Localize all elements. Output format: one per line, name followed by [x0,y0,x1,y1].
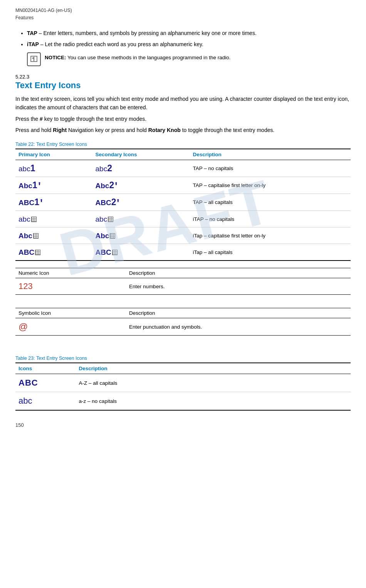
at-icon: @ [18,321,28,332]
symbolic-col2: Description [126,308,351,318]
table22-col2: Secondary Icons [92,149,190,160]
symbolic-icon-cell: @ [15,318,126,336]
secondary-icon-cell: abc [92,211,190,227]
primary-icon-cell: ABC1⬆ [15,194,92,211]
itap-Abc-icon: Abc [18,231,39,240]
numeric-col2: Description [126,268,351,278]
symbolic-col1: Symbolic Icon [15,308,126,318]
primary-icon-cell: abc [15,211,92,227]
tap-term: TAP [27,30,37,36]
abc-lower-icon-cell: abc [15,392,76,411]
primary-icon-cell: abc1 [15,160,92,177]
desc-cell: iTAP – no capitals [190,211,351,227]
desc-cell: iTap – all capitals [190,244,351,261]
table-row: abc a-z – no capitals [15,392,351,411]
123-icon: 123 [18,281,33,291]
desc-cell: TAP – all capitals [190,194,351,211]
itap-Abc2-icon: Abc [96,231,116,240]
table23: Icons Description ABC A-Z – all capitals… [15,362,351,411]
bullet-tap: TAP – Enter letters, numbers, and symbol… [27,29,351,37]
notice-label: NOTICE: [45,55,66,60]
tap-text: – Enter letters, numbers, and symbols by… [39,30,257,36]
table-row: ABC1⬆ ABC2⬆ TAP – all capitals [15,194,351,211]
header-line1: MN002041A01-AG (en-US) [15,7,351,14]
section-title: Text Entry Icons [15,80,351,90]
page-number: 150 [15,422,351,428]
Abc2-icon: Abc2⬆ [96,180,118,190]
desc-cell: iTap – capitalise first letter on-ly [190,227,351,244]
table22-col1: Primary Icon [15,149,92,160]
ABC2-icon: ABC2⬆ [96,197,120,207]
secondary-icon-cell: ABC2⬆ [92,194,190,211]
itap-ABC-icon: ABC [18,247,40,257]
symbolic-table: Symbolic Icon Description @ Enter punctu… [15,308,351,336]
table22: Primary Icon Secondary Icons Description… [15,149,351,261]
table23-title: Table 23: Text Entry Screen Icons [15,356,351,361]
rotary-knob: Rotary Knob [148,127,181,133]
table-row: Abc Abc iTap – capitalise first letter o… [15,227,351,244]
numeric-desc: Enter numbers. [126,278,351,295]
numeric-table: Numeric Icon Description 123 Enter numbe… [15,268,351,295]
table-row: abc1 abc2 TAP – no capitals [15,160,351,177]
body-para1: In the text entry screen, icons tell you… [15,95,351,112]
desc-cell: TAP – capitalise first letter on-ly [190,177,351,194]
itap-ABC2-icon: ABC [96,247,118,257]
primary-icon-cell: Abc1⬆ [15,177,92,194]
secondary-icon-cell: ABC [92,244,190,261]
notice-body: You can use these methods in the languag… [67,55,231,60]
secondary-icon-cell: Abc [92,227,190,244]
svg-point-0 [34,57,34,58]
itap-abc-icon: abc [18,214,37,224]
table23-col1: Icons [15,363,76,374]
numeric-col1: Numeric Icon [15,268,126,278]
table23-col2: Description [76,363,351,374]
bullet-list: TAP – Enter letters, numbers, and symbol… [27,29,351,48]
Abc1-icon: Abc1⬆ [18,180,41,190]
abc-caps-icon-cell: ABC [15,374,76,392]
desc-cell: TAP – no capitals [190,160,351,177]
ABC-caps-icon: ABC [18,378,38,388]
secondary-icon-cell: Abc2⬆ [92,177,190,194]
right-nav: Right [53,127,67,133]
body-para3: Press and hold Right Navigation key or p… [15,126,351,135]
table-row: @ Enter punctuation and symbols. [15,318,351,336]
symbolic-desc: Enter punctuation and symbols. [126,318,351,336]
secondary-icon-cell: abc2 [92,160,190,177]
table22-title: Table 22: Text Entry Screen Icons [15,142,351,147]
primary-icon-cell: ABC [15,244,92,261]
ABC1-icon: ABC1⬆ [18,197,43,207]
table-row: ABC ABC iTap – all capitals [15,244,351,261]
table-row: Abc1⬆ Abc2⬆ TAP – capitalise first lette… [15,177,351,194]
table22-col3: Description [190,149,351,160]
itap-abc2-icon: abc [96,214,114,224]
header-line2: Features [15,14,351,22]
notice-icon [27,52,41,66]
table-row: 123 Enter numbers. [15,278,351,295]
abc-caps-desc: A-Z – all capitals [76,374,351,392]
notice-text: NOTICE: You can use these methods in the… [45,52,231,62]
doc-header: MN002041A01-AG (en-US) Features [15,7,351,22]
itap-text: – Let the radio predict each word as you… [40,41,203,47]
abc-lower-icon: abc [18,396,32,406]
abc-lower-desc: a-z – no capitals [76,392,351,411]
bullet-itap: iTAP – Let the radio predict each word a… [27,40,351,48]
body-para2: Press the # key to toggle through the te… [15,115,351,124]
abc2-icon: abc2 [96,164,112,173]
notice-box: NOTICE: You can use these methods in the… [27,52,351,66]
table-row: abc abc iTAP – no capitals [15,211,351,227]
abc1-icon: abc1 [18,164,35,173]
section-number: 5.22.3 [15,74,351,80]
table-row: ABC A-Z – all capitals [15,374,351,392]
primary-icon-cell: Abc [15,227,92,244]
itap-term: iTAP [27,41,39,47]
numeric-icon-cell: 123 [15,278,126,295]
